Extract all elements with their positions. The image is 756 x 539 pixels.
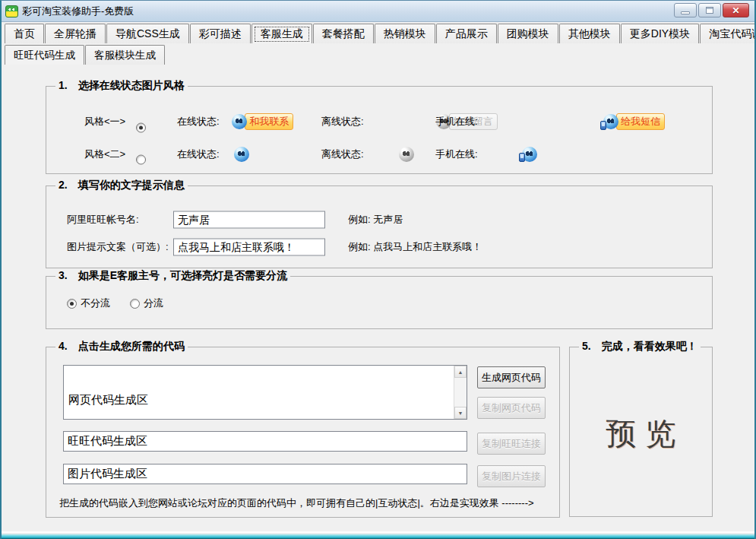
copy-image-link-button[interactable]: 复制图片连接 bbox=[477, 465, 546, 487]
section-code-generate: 4. 点击生成您所需的代码 网页代码生成区 ▲ ▼ 生成网页代码 复制网页代码 … bbox=[46, 347, 560, 518]
close-icon: ✕ bbox=[732, 6, 739, 15]
online-badge: 和我联系 bbox=[245, 113, 293, 130]
account-example: 例如: 无声居 bbox=[348, 213, 403, 227]
tab-package-match[interactable]: 套餐搭配 bbox=[313, 24, 374, 43]
minimize-button[interactable] bbox=[674, 3, 697, 17]
section-split-flow: 3. 如果是E客服主号，可选择亮灯是否需要分流 不分流 分流 bbox=[46, 276, 713, 329]
app-window: 彩可淘宝装修助手-免费版 ✕ 首页 全屏轮播 导航CSS生成 彩可描述 客服生成… bbox=[0, 0, 756, 539]
no-split-label: 不分流 bbox=[81, 296, 110, 310]
tab-taobao-code-debug[interactable]: 淘宝代码调试 bbox=[700, 24, 756, 43]
tab-home[interactable]: 首页 bbox=[5, 24, 44, 43]
tab-fullscreen-carousel[interactable]: 全屏轮播 bbox=[45, 24, 106, 43]
tip-input[interactable] bbox=[173, 239, 325, 256]
split-option[interactable]: 分流 bbox=[130, 296, 163, 310]
tab-hot-sale-module[interactable]: 热销模块 bbox=[375, 24, 435, 43]
close-button[interactable]: ✕ bbox=[723, 3, 749, 17]
window-bottom-border bbox=[2, 531, 754, 539]
mobile-online-label-2: 手机在线: bbox=[435, 147, 478, 161]
tab-product-display[interactable]: 产品展示 bbox=[436, 24, 497, 43]
embed-instructions-note: 把生成的代码嵌入到您网站或论坛对应的页面的代码中，即可拥有自己的|互动状态|。右… bbox=[59, 496, 534, 510]
web-code-textarea[interactable]: 网页代码生成区 ▲ ▼ bbox=[63, 365, 467, 420]
section-preview: 5. 完成，看看效果吧！ 预览 bbox=[569, 347, 713, 517]
tab-nav-css-generate[interactable]: 导航CSS生成 bbox=[106, 24, 189, 43]
online-status-preview: 和我联系 bbox=[232, 113, 293, 130]
section1-title: 1. 选择在线状态图片风格 bbox=[55, 79, 188, 93]
minimize-icon bbox=[681, 11, 690, 14]
generate-web-code-button[interactable]: 生成网页代码 bbox=[477, 366, 546, 388]
section-online-status-style: 1. 选择在线状态图片风格 风格<一> 在线状态: 和我联系 离线状态: 给我留… bbox=[46, 86, 713, 174]
style-one-row: 风格<一> 在线状态: 和我联系 离线状态: 给我留言 手机在线: 给我短信 bbox=[46, 112, 712, 132]
no-split-option[interactable]: 不分流 bbox=[67, 296, 110, 310]
wangwang-online-face-icon-2 bbox=[234, 147, 249, 162]
copy-web-code-button[interactable]: 复制网页代码 bbox=[477, 397, 546, 419]
online-status-label: 在线状态: bbox=[177, 115, 220, 128]
account-input[interactable] bbox=[173, 211, 325, 229]
mobile-online-preview-2 bbox=[522, 147, 537, 162]
offline-status-preview-2 bbox=[399, 147, 414, 162]
phone-icon-2 bbox=[519, 153, 525, 162]
account-label: 阿里旺旺帐号名: bbox=[67, 213, 139, 227]
no-split-radio[interactable] bbox=[67, 299, 77, 309]
section2-title: 2. 填写你的文字提示信息 bbox=[55, 179, 188, 192]
copy-wangwang-link-button[interactable]: 复制旺旺连接 bbox=[477, 433, 546, 455]
sub-tab-bar: 旺旺代码生成 客服模块生成 bbox=[2, 43, 754, 65]
mobile-badge: 给我短信 bbox=[616, 113, 665, 130]
app-icon bbox=[5, 5, 18, 17]
phone-icon bbox=[600, 121, 606, 130]
style-one-label: 风格<一> bbox=[84, 115, 125, 128]
style-two-radio[interactable] bbox=[136, 155, 146, 165]
wangwang-code-input[interactable] bbox=[63, 431, 467, 452]
window-title: 彩可淘宝装修助手-免费版 bbox=[22, 5, 134, 18]
style-one-radio[interactable] bbox=[136, 123, 146, 133]
tab-service-module-generate[interactable]: 客服模块生成 bbox=[85, 45, 165, 65]
offline-status-label: 离线状态: bbox=[321, 115, 364, 128]
section3-title: 3. 如果是E客服主号，可选择亮灯是否需要分流 bbox=[55, 269, 290, 283]
split-label: 分流 bbox=[144, 296, 163, 310]
offline-status-label-2: 离线状态: bbox=[321, 147, 364, 161]
scroll-up-icon[interactable]: ▲ bbox=[454, 366, 467, 378]
wangwang-offline-face-icon-2 bbox=[399, 147, 414, 162]
section-text-info: 2. 填写你的文字提示信息 阿里旺旺帐号名: 例如: 无声居 图片提示文案（可选… bbox=[46, 185, 713, 268]
main-tab-bar: 首页 全屏轮播 导航CSS生成 彩可描述 客服生成 套餐搭配 热销模块 产品展示… bbox=[2, 22, 754, 43]
tab-more-diy-modules[interactable]: 更多DIY模块 bbox=[621, 24, 699, 43]
web-code-scrollbar[interactable]: ▲ ▼ bbox=[454, 366, 467, 419]
online-status-preview-2 bbox=[234, 147, 249, 162]
split-radio[interactable] bbox=[130, 299, 140, 309]
split-options-row: 不分流 分流 bbox=[67, 296, 163, 310]
window-controls: ✕ bbox=[674, 3, 749, 17]
web-code-area-text: 网页代码生成区 bbox=[68, 393, 148, 407]
scroll-down-icon[interactable]: ▼ bbox=[454, 407, 467, 419]
titlebar: 彩可淘宝装修助手-免费版 ✕ bbox=[2, 1, 754, 22]
tab-group-buy-module[interactable]: 团购模块 bbox=[498, 24, 558, 43]
mobile-online-label: 手机在线: bbox=[435, 115, 478, 128]
image-code-input[interactable] bbox=[63, 464, 467, 484]
online-status-label-2: 在线状态: bbox=[177, 147, 220, 161]
maximize-button[interactable] bbox=[698, 3, 721, 17]
maximize-icon bbox=[706, 7, 713, 14]
tab-wangwang-code-generate[interactable]: 旺旺代码生成 bbox=[5, 45, 84, 65]
tab-customer-service-generate[interactable]: 客服生成 bbox=[251, 24, 312, 43]
tip-example: 例如: 点我马上和店主联系哦！ bbox=[348, 240, 482, 254]
section5-title: 5. 完成，看看效果吧！ bbox=[579, 340, 701, 354]
tip-label: 图片提示文案（可选）: bbox=[67, 240, 169, 254]
tip-text-row: 图片提示文案（可选）: 例如: 点我马上和店主联系哦！ bbox=[46, 237, 712, 257]
wangwang-online-face-icon bbox=[232, 114, 247, 129]
tab-other-modules[interactable]: 其他模块 bbox=[559, 24, 620, 43]
account-row: 阿里旺旺帐号名: 例如: 无声居 bbox=[46, 210, 712, 230]
tab-caike-description[interactable]: 彩可描述 bbox=[190, 24, 251, 43]
section4-title: 4. 点击生成您所需的代码 bbox=[55, 340, 188, 354]
style-two-label: 风格<二> bbox=[84, 147, 125, 161]
preview-placeholder-text: 预览 bbox=[570, 413, 712, 455]
mobile-online-preview: 给我短信 bbox=[603, 113, 665, 130]
style-two-row: 风格<二> 在线状态: 离线状态: 手机在线: bbox=[46, 144, 712, 164]
